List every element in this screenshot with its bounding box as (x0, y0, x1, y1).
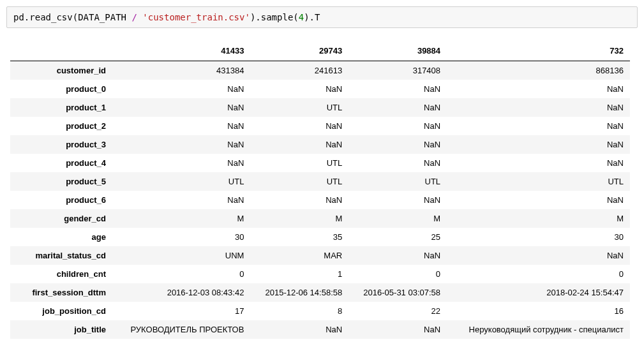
row-header: customer_id (10, 61, 112, 80)
table-row: product_5 UTL UTL UTL UTL (10, 172, 630, 191)
output-dataframe: 41433 29743 39884 732 customer_id 431384… (10, 41, 630, 339)
cell-value: 2016-12-03 08:43:42 (112, 283, 250, 302)
table-row: job_title РУКОВОДИТЕЛЬ ПРОЕКТОВ NaN NaN … (10, 320, 630, 339)
cell-value: NaN (447, 98, 630, 117)
cell-value: M (112, 209, 250, 228)
table-row: age 30 35 25 30 (10, 228, 630, 246)
cell-value: РУКОВОДИТЕЛЬ ПРОЕКТОВ (112, 320, 250, 339)
cell-value: NaN (348, 320, 447, 339)
table-header-row: 41433 29743 39884 732 (10, 41, 630, 61)
cell-value: NaN (250, 320, 348, 339)
cell-value: NaN (447, 191, 630, 209)
cell-value: 317408 (348, 61, 447, 80)
cell-value: NaN (250, 117, 348, 135)
cell-value: 431384 (112, 61, 250, 80)
row-header: job_title (10, 320, 112, 339)
column-header: 29743 (250, 41, 348, 61)
column-header: 39884 (348, 41, 447, 61)
table-row: marital_status_cd UNM MAR NaN NaN (10, 246, 630, 265)
row-header: product_5 (10, 172, 112, 191)
cell-value: 2016-05-31 03:07:58 (348, 283, 447, 302)
cell-value: M (348, 209, 447, 228)
cell-value: 22 (348, 302, 447, 320)
column-header: 732 (447, 41, 630, 61)
row-header: product_2 (10, 117, 112, 135)
cell-value: 17 (112, 302, 250, 320)
cell-value: 0 (112, 265, 250, 283)
table-corner-cell (10, 41, 112, 61)
cell-value: NaN (348, 135, 447, 154)
row-header: product_0 (10, 80, 112, 98)
cell-value: NaN (112, 135, 250, 154)
cell-value: NaN (348, 80, 447, 98)
cell-value: NaN (112, 154, 250, 172)
cell-value: NaN (250, 80, 348, 98)
row-header: product_1 (10, 98, 112, 117)
row-header: gender_cd (10, 209, 112, 228)
row-header: product_4 (10, 154, 112, 172)
table-row: product_4 NaN UTL NaN NaN (10, 154, 630, 172)
table-row: product_6 NaN NaN NaN NaN (10, 191, 630, 209)
cell-value: M (447, 209, 630, 228)
code-segment: pd.read_csv(DATA_PATH (13, 12, 131, 22)
row-header: product_3 (10, 135, 112, 154)
table-row: first_session_dttm 2016-12-03 08:43:42 2… (10, 283, 630, 302)
cell-value: NaN (112, 98, 250, 117)
cell-value: NaN (348, 191, 447, 209)
cell-value: NaN (250, 135, 348, 154)
cell-value: UTL (250, 154, 348, 172)
cell-value: UNM (112, 246, 250, 265)
cell-value: NaN (447, 246, 630, 265)
cell-value: M (250, 209, 348, 228)
cell-value: NaN (112, 117, 250, 135)
row-header: children_cnt (10, 265, 112, 283)
cell-value: 868136 (447, 61, 630, 80)
cell-value: NaN (348, 246, 447, 265)
cell-value: 0 (447, 265, 630, 283)
table-row: product_0 NaN NaN NaN NaN (10, 80, 630, 98)
code-number-literal: 4 (299, 12, 304, 22)
row-header: first_session_dttm (10, 283, 112, 302)
table-row: customer_id 431384 241613 317408 868136 (10, 61, 630, 80)
cell-value: UTL (112, 172, 250, 191)
table-row: product_2 NaN NaN NaN NaN (10, 117, 630, 135)
cell-value: UTL (447, 172, 630, 191)
table-row: job_position_cd 17 8 22 16 (10, 302, 630, 320)
cell-value: NaN (348, 154, 447, 172)
cell-value: 0 (348, 265, 447, 283)
column-header: 41433 (112, 41, 250, 61)
cell-value: 2015-12-06 14:58:58 (250, 283, 348, 302)
cell-value: 16 (447, 302, 630, 320)
cell-value: UTL (348, 172, 447, 191)
row-header: marital_status_cd (10, 246, 112, 265)
cell-value: UTL (250, 172, 348, 191)
code-segment: ).T (304, 12, 320, 22)
cell-value: NaN (348, 98, 447, 117)
cell-value: 241613 (250, 61, 348, 80)
cell-value: NaN (447, 135, 630, 154)
cell-value: 30 (447, 228, 630, 246)
cell-value: NaN (447, 154, 630, 172)
cell-value: 30 (112, 228, 250, 246)
cell-value: NaN (447, 80, 630, 98)
code-segment: ).sample( (250, 12, 299, 22)
cell-value: MAR (250, 246, 348, 265)
row-header: job_position_cd (10, 302, 112, 320)
table-row: gender_cd M M M M (10, 209, 630, 228)
cell-value: 35 (250, 228, 348, 246)
cell-value: NaN (112, 191, 250, 209)
cell-value: NaN (447, 117, 630, 135)
table-row: product_1 NaN UTL NaN NaN (10, 98, 630, 117)
cell-value: NaN (112, 80, 250, 98)
cell-value: 8 (250, 302, 348, 320)
cell-value: 1 (250, 265, 348, 283)
cell-value: 25 (348, 228, 447, 246)
row-header: product_6 (10, 191, 112, 209)
row-header: age (10, 228, 112, 246)
table-row: product_3 NaN NaN NaN NaN (10, 135, 630, 154)
code-string-literal: 'customer_train.csv' (142, 12, 250, 22)
cell-value: NaN (348, 117, 447, 135)
code-cell: pd.read_csv(DATA_PATH / 'customer_train.… (6, 6, 638, 28)
cell-value: Неруководящий сотрудник - специалист (447, 320, 630, 339)
code-operator: / (131, 12, 137, 22)
